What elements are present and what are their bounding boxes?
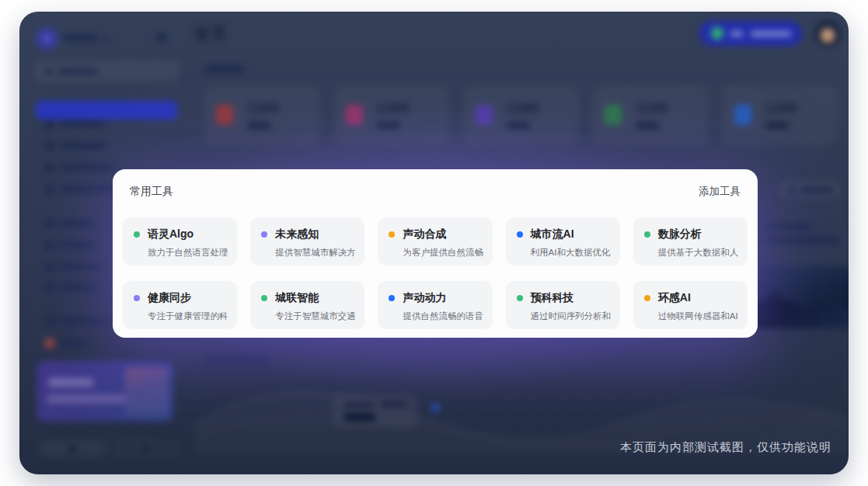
chart-data-point (432, 404, 439, 411)
tool-card-header: 声动合成 (389, 227, 483, 241)
menu-icon (45, 219, 54, 228)
stat-value: 1289 (636, 101, 668, 116)
tool-name: 数脉分析 (658, 227, 702, 241)
tool-description: 提供智慧城市解决方案的创... (261, 247, 355, 259)
sidebar-item-active[interactable] (36, 101, 177, 120)
tool-status-dot (517, 231, 523, 238)
chevron-down-icon (103, 36, 110, 41)
promo-card[interactable] (37, 361, 173, 422)
credits-label (751, 31, 791, 36)
menu-label (61, 283, 98, 290)
tool-status-dot (134, 231, 140, 238)
view-tools-button[interactable] (779, 181, 840, 198)
tool-card[interactable]: 环感AI 过物联网传感器和AI模型实... (633, 281, 748, 329)
tooltip-value (344, 413, 375, 422)
stat-label (636, 122, 659, 129)
menu-icon (45, 163, 54, 172)
stat-value: 1289 (507, 101, 539, 116)
tool-card[interactable]: 语灵Algo 致力于自然语言处理技术的... (123, 217, 237, 266)
tool-description: 专注于智慧城市交通解决方... (261, 311, 355, 322)
tool-name: 预科科技 (531, 291, 574, 305)
menu-icon (45, 338, 54, 348)
menu-label (61, 164, 115, 171)
search-icon (44, 68, 52, 75)
promo-subtitle (47, 394, 134, 404)
tool-card[interactable]: 数脉分析 提供基于大数据和人工智能... (633, 217, 748, 266)
tool-card[interactable]: 预科科技 通过时间序列分析和机器学... (506, 281, 620, 329)
tool-status-dot (261, 231, 267, 238)
menu-icon (45, 120, 54, 129)
tool-card-header: 预科科技 (517, 291, 611, 305)
tool-status-dot (261, 295, 267, 301)
stat-card: 1289 (723, 85, 838, 146)
menu-label (61, 120, 106, 127)
tools-icon (788, 186, 796, 194)
tool-name: 城联智能 (275, 291, 319, 305)
menu-label (61, 263, 101, 270)
tool-status-dot (644, 231, 650, 238)
tool-card[interactable]: 城市流AI 利用AI和大数据优化交通流... (506, 217, 620, 266)
tool-name: 未来感知 (275, 227, 319, 241)
menu-label (61, 142, 106, 149)
sidebar-collapse-icon[interactable] (156, 33, 166, 43)
brand-name (64, 34, 98, 42)
alert-icon (216, 105, 233, 125)
tool-description: 致力于自然语言处理技术的... (134, 247, 228, 259)
stat-label (247, 122, 270, 129)
stat-value: 1289 (247, 101, 280, 116)
app-window: 首页 1289 1289 1289 1289 1289 (19, 12, 849, 474)
chart-tooltip (334, 394, 417, 427)
add-tool-button[interactable]: 添加工具 (699, 185, 741, 199)
modal-header: 常用工具 添加工具 (123, 185, 748, 199)
tool-card[interactable]: 未来感知 提供智慧城市解决方案的创... (250, 217, 364, 266)
user-avatar[interactable] (814, 20, 841, 47)
stat-label (377, 122, 400, 129)
tool-card[interactable]: 声动动力 提供自然流畅的语音交互解... (378, 281, 492, 329)
globe-icon (734, 105, 751, 125)
tool-card[interactable]: 城联智能 专注于智慧城市交通解决方... (250, 281, 364, 329)
stat-card: 1289 (593, 85, 708, 146)
page-title: 首页 (194, 23, 228, 44)
tooltip-date (381, 402, 406, 407)
tool-status-dot (389, 231, 395, 238)
common-tools-modal: 常用工具 添加工具 语灵Algo 致力于自然语言处理技术的... 未来感知 提供… (113, 169, 758, 338)
tool-status-dot (389, 295, 395, 301)
promo-image (125, 367, 169, 415)
tool-card-header: 健康同步 (134, 291, 228, 305)
tool-card-header: 城联智能 (261, 291, 355, 305)
panel-text (764, 237, 838, 244)
sidebar-item[interactable] (45, 338, 169, 349)
stat-value: 1289 (765, 101, 798, 116)
menu-label (61, 339, 87, 346)
trend-icon (605, 105, 622, 125)
stat-label (507, 122, 530, 129)
tool-description: 为客户提供自然流畅的语音... (389, 247, 483, 259)
heart-icon (346, 105, 363, 125)
menu-icon (45, 185, 54, 194)
credits-count (730, 31, 743, 36)
sidebar-item[interactable] (45, 119, 169, 130)
tool-card[interactable]: 健康同步 专注于健康管理的科技公司... (123, 281, 237, 329)
menu-icon (45, 141, 54, 151)
credits-button[interactable] (699, 21, 802, 46)
menu-label (61, 186, 115, 193)
tool-card-header: 城市流AI (517, 227, 611, 241)
disclaimer-caption: 本页面为内部测试截图，仅供功能说明 (620, 440, 831, 455)
modal-title: 常用工具 (130, 185, 173, 199)
menu-icon (45, 262, 54, 272)
tool-grid: 语灵Algo 致力于自然语言处理技术的... 未来感知 提供智慧城市解决方案的创… (123, 217, 748, 329)
tool-status-dot (517, 295, 523, 301)
sidebar-search-input[interactable] (34, 61, 180, 82)
coin-icon (711, 27, 723, 40)
tool-card-header: 环感AI (644, 291, 738, 305)
stat-label (765, 122, 789, 129)
stat-card: 1289 (464, 85, 579, 146)
tool-card[interactable]: 声动合成 为客户提供自然流畅的语音... (378, 217, 492, 266)
footer-icon (69, 446, 76, 453)
sidebar-item[interactable] (45, 141, 169, 151)
tool-description: 提供基于大数据和人工智能... (644, 247, 738, 259)
tool-description: 利用AI和大数据优化交通流... (517, 247, 611, 259)
brand-logo (36, 27, 58, 50)
tool-status-dot (644, 295, 650, 301)
menu-icon (45, 241, 54, 250)
